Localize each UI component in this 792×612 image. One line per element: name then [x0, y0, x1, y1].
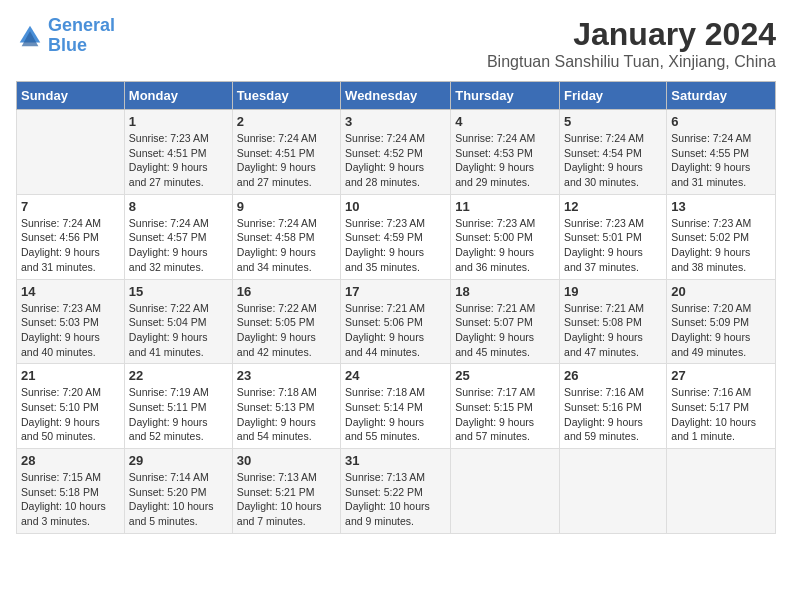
cell-content: Sunset: 5:21 PM — [237, 485, 336, 500]
day-number: 7 — [21, 199, 120, 214]
cell-content: Sunset: 5:14 PM — [345, 400, 446, 415]
day-number: 2 — [237, 114, 336, 129]
cell-content: Daylight: 9 hours — [455, 245, 555, 260]
calendar-cell — [560, 449, 667, 534]
header-sunday: Sunday — [17, 82, 125, 110]
cell-content: and 45 minutes. — [455, 345, 555, 360]
cell-content: Sunset: 5:09 PM — [671, 315, 771, 330]
header-saturday: Saturday — [667, 82, 776, 110]
cell-content: and 9 minutes. — [345, 514, 446, 529]
cell-content: Sunrise: 7:24 AM — [455, 131, 555, 146]
cell-content: Daylight: 10 hours — [129, 499, 228, 514]
cell-content: and 52 minutes. — [129, 429, 228, 444]
calendar-cell: 15Sunrise: 7:22 AMSunset: 5:04 PMDayligh… — [124, 279, 232, 364]
day-number: 4 — [455, 114, 555, 129]
cell-content: and 35 minutes. — [345, 260, 446, 275]
calendar-cell: 13Sunrise: 7:23 AMSunset: 5:02 PMDayligh… — [667, 194, 776, 279]
day-number: 16 — [237, 284, 336, 299]
cell-content: and 40 minutes. — [21, 345, 120, 360]
cell-content: Sunrise: 7:23 AM — [21, 301, 120, 316]
cell-content: Daylight: 9 hours — [671, 330, 771, 345]
calendar-cell: 29Sunrise: 7:14 AMSunset: 5:20 PMDayligh… — [124, 449, 232, 534]
cell-content: Sunrise: 7:24 AM — [564, 131, 662, 146]
logo-general: General — [48, 15, 115, 35]
cell-content: Sunset: 4:51 PM — [237, 146, 336, 161]
calendar-week-row: 28Sunrise: 7:15 AMSunset: 5:18 PMDayligh… — [17, 449, 776, 534]
cell-content: Sunrise: 7:24 AM — [671, 131, 771, 146]
calendar-cell — [667, 449, 776, 534]
cell-content: Sunset: 4:51 PM — [129, 146, 228, 161]
day-number: 20 — [671, 284, 771, 299]
cell-content: and 49 minutes. — [671, 345, 771, 360]
cell-content: and 36 minutes. — [455, 260, 555, 275]
day-number: 19 — [564, 284, 662, 299]
calendar-cell: 26Sunrise: 7:16 AMSunset: 5:16 PMDayligh… — [560, 364, 667, 449]
cell-content: Sunset: 5:08 PM — [564, 315, 662, 330]
calendar-cell: 14Sunrise: 7:23 AMSunset: 5:03 PMDayligh… — [17, 279, 125, 364]
cell-content: Daylight: 9 hours — [129, 330, 228, 345]
day-number: 10 — [345, 199, 446, 214]
day-number: 8 — [129, 199, 228, 214]
cell-content: and 55 minutes. — [345, 429, 446, 444]
day-number: 31 — [345, 453, 446, 468]
cell-content: Sunrise: 7:21 AM — [455, 301, 555, 316]
cell-content: Sunrise: 7:16 AM — [671, 385, 771, 400]
cell-content: Daylight: 9 hours — [237, 160, 336, 175]
calendar-cell: 27Sunrise: 7:16 AMSunset: 5:17 PMDayligh… — [667, 364, 776, 449]
cell-content: Sunset: 5:20 PM — [129, 485, 228, 500]
cell-content: Sunrise: 7:19 AM — [129, 385, 228, 400]
day-number: 3 — [345, 114, 446, 129]
day-number: 15 — [129, 284, 228, 299]
cell-content: Sunset: 4:57 PM — [129, 230, 228, 245]
cell-content: Sunset: 5:17 PM — [671, 400, 771, 415]
cell-content: and 30 minutes. — [564, 175, 662, 190]
calendar-cell: 6Sunrise: 7:24 AMSunset: 4:55 PMDaylight… — [667, 110, 776, 195]
cell-content: Sunset: 5:16 PM — [564, 400, 662, 415]
cell-content: Daylight: 9 hours — [21, 245, 120, 260]
cell-content: Sunset: 4:59 PM — [345, 230, 446, 245]
cell-content: and 44 minutes. — [345, 345, 446, 360]
cell-content: Daylight: 9 hours — [129, 245, 228, 260]
cell-content: Daylight: 9 hours — [455, 415, 555, 430]
cell-content: Sunrise: 7:23 AM — [455, 216, 555, 231]
cell-content: Daylight: 9 hours — [564, 160, 662, 175]
cell-content: Daylight: 10 hours — [345, 499, 446, 514]
cell-content: and 41 minutes. — [129, 345, 228, 360]
cell-content: and 27 minutes. — [129, 175, 228, 190]
cell-content: Sunrise: 7:24 AM — [21, 216, 120, 231]
calendar-cell: 19Sunrise: 7:21 AMSunset: 5:08 PMDayligh… — [560, 279, 667, 364]
cell-content: and 50 minutes. — [21, 429, 120, 444]
calendar-cell — [451, 449, 560, 534]
cell-content: Daylight: 9 hours — [671, 245, 771, 260]
cell-content: Daylight: 10 hours — [21, 499, 120, 514]
logo-blue: Blue — [48, 35, 87, 55]
cell-content: and 32 minutes. — [129, 260, 228, 275]
day-number: 24 — [345, 368, 446, 383]
calendar-week-row: 7Sunrise: 7:24 AMSunset: 4:56 PMDaylight… — [17, 194, 776, 279]
day-number: 14 — [21, 284, 120, 299]
cell-content: Sunset: 5:04 PM — [129, 315, 228, 330]
title-block: January 2024 Bingtuan Sanshiliu Tuan, Xi… — [487, 16, 776, 71]
calendar-cell — [17, 110, 125, 195]
cell-content: Sunrise: 7:24 AM — [345, 131, 446, 146]
calendar-cell: 11Sunrise: 7:23 AMSunset: 5:00 PMDayligh… — [451, 194, 560, 279]
day-number: 22 — [129, 368, 228, 383]
cell-content: Daylight: 9 hours — [455, 330, 555, 345]
calendar-week-row: 14Sunrise: 7:23 AMSunset: 5:03 PMDayligh… — [17, 279, 776, 364]
calendar-cell: 1Sunrise: 7:23 AMSunset: 4:51 PMDaylight… — [124, 110, 232, 195]
cell-content: Sunrise: 7:14 AM — [129, 470, 228, 485]
calendar-cell: 31Sunrise: 7:13 AMSunset: 5:22 PMDayligh… — [341, 449, 451, 534]
cell-content: Sunrise: 7:23 AM — [671, 216, 771, 231]
day-number: 30 — [237, 453, 336, 468]
cell-content: Daylight: 10 hours — [671, 415, 771, 430]
cell-content: Sunrise: 7:20 AM — [21, 385, 120, 400]
header-thursday: Thursday — [451, 82, 560, 110]
cell-content: Sunset: 5:11 PM — [129, 400, 228, 415]
cell-content: Sunrise: 7:22 AM — [129, 301, 228, 316]
calendar-week-row: 1Sunrise: 7:23 AMSunset: 4:51 PMDaylight… — [17, 110, 776, 195]
cell-content: and 3 minutes. — [21, 514, 120, 529]
calendar-cell: 30Sunrise: 7:13 AMSunset: 5:21 PMDayligh… — [232, 449, 340, 534]
cell-content: Daylight: 9 hours — [345, 160, 446, 175]
cell-content: and 31 minutes. — [21, 260, 120, 275]
cell-content: and 7 minutes. — [237, 514, 336, 529]
